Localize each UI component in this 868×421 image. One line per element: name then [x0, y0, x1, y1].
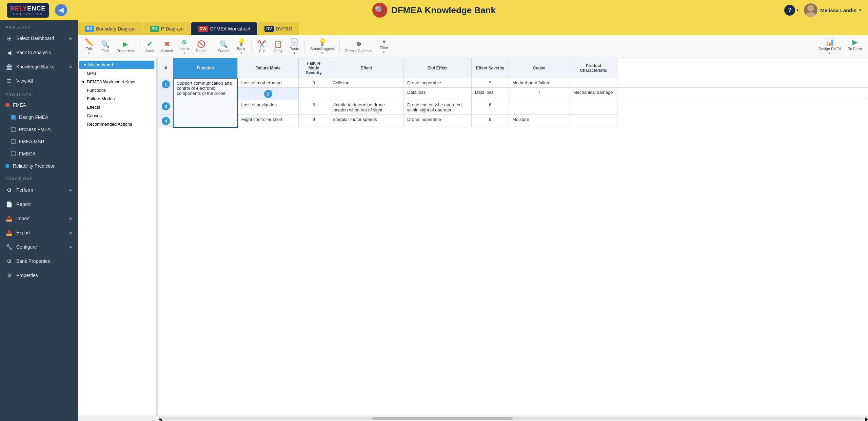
cell-effect-4[interactable]: Irregular motor speeds [329, 115, 404, 127]
cell-failure-severity-1[interactable]: 9 [299, 78, 329, 88]
find-icon: 🔍 [101, 40, 110, 48]
help-arrow[interactable]: ▾ [796, 8, 798, 13]
sidebar-item-configure[interactable]: 🔧 Configure ▶ [0, 240, 78, 254]
cell-cause-4[interactable]: Moisture [509, 115, 570, 127]
freeze-columns-button[interactable]: ❄ Freeze Columns [342, 39, 375, 54]
properties-button[interactable]: ▶ Properties [114, 39, 136, 54]
search-button[interactable]: 🔍 Search [215, 39, 232, 54]
tab-boundary-diagram[interactable]: BD Boundary Diagram [78, 22, 142, 35]
cell-end-effect-1[interactable]: Drone inoperable [404, 78, 472, 88]
cell-effect-3[interactable]: Unable to determine drone location when … [329, 100, 404, 115]
sidebar-item-knowledge-banks[interactable]: 🏦 Knowledge Banks ▶ [0, 60, 78, 74]
to-form-button[interactable]: ▶ To Form [846, 37, 865, 56]
cell-cause-1[interactable]: Motherboard failure [509, 78, 570, 88]
tree-item-functions[interactable]: Functions [83, 86, 156, 94]
cell-cause-3[interactable] [509, 100, 570, 115]
tab-p-diagram[interactable]: PD P-Diagram [143, 22, 191, 35]
cell-effect-severity-3[interactable]: 6 [472, 100, 509, 115]
sidebar-item-perform[interactable]: ⚙ Perform ▶ [0, 183, 78, 197]
user-arrow[interactable]: ▾ [859, 8, 861, 13]
insert-button[interactable]: ⊕ Insert ▾ [177, 37, 192, 56]
cell-failure-severity-3[interactable]: 6 [299, 100, 329, 115]
cell-effect-2[interactable]: Data loss [404, 88, 472, 100]
cell-failure-mode-4[interactable]: Flight controller short [238, 115, 299, 127]
bank-button[interactable]: 💡 Bank ▾ [234, 37, 249, 56]
edit-button[interactable]: ✏️ Edit ▾ [81, 37, 96, 56]
cell-end-effect-2[interactable]: Data loss [472, 88, 509, 100]
cell-product-char-3[interactable] [570, 100, 617, 115]
tree-item-effects[interactable]: Effects [83, 103, 156, 111]
cell-effect-severity-2[interactable]: 7 [509, 88, 570, 100]
delete-button[interactable]: 🚫 Delete [193, 39, 209, 54]
cell-effect-1[interactable]: Collision [329, 78, 404, 88]
sidebar-item-select-dashboard[interactable]: ⊞ Select Dashboard ▶ [0, 31, 78, 45]
paste-button[interactable]: 📄 Paste ▾ [287, 37, 302, 56]
scroll-right-arrow[interactable]: ▶ [865, 417, 867, 421]
tree-item-failure-modes[interactable]: Failure Modes [83, 94, 156, 103]
fmeca-checkbox[interactable] [11, 151, 16, 156]
sidebar-item-report[interactable]: 📄 Report [0, 197, 78, 211]
smartsuggest-button[interactable]: 💡 SmartSuggest ▾ [308, 37, 337, 56]
tab-dw-badge: DW [198, 26, 208, 32]
sidebar-item-export[interactable]: 📤 Export ▶ [0, 226, 78, 240]
nav-back-button[interactable]: ◀ [55, 4, 67, 16]
sidebar-item-process-fmea[interactable]: Process FMEA [0, 123, 78, 135]
horizontal-scrollbar[interactable]: ◀ ▶ [78, 416, 868, 421]
cell-product-char-4[interactable] [570, 115, 617, 127]
find-button[interactable]: 🔍 Find [98, 39, 113, 54]
grid-area[interactable]: # Function Failure Mode Failure Mode Sev… [158, 58, 868, 416]
sidebar-item-import[interactable]: 📥 Import ▶ [0, 211, 78, 226]
fmea-msr-checkbox[interactable] [11, 139, 16, 144]
tree-item-causes[interactable]: Causes [83, 111, 156, 120]
tree-item-gps[interactable]: GPS [83, 69, 156, 78]
cell-function-1[interactable]: Support communication and control of ele… [173, 78, 238, 127]
tab-dv-label: DVP&R [276, 26, 292, 31]
sidebar-item-fmea-msr[interactable]: FMEA-MSR [0, 135, 78, 148]
sidebar-item-reliability-prediction[interactable]: Reliability Prediction [0, 160, 78, 172]
sidebar-item-label: Select Dashboard [16, 36, 54, 41]
cut-button[interactable]: ✂️ Cut [254, 39, 269, 54]
design-fmea-button[interactable]: 📊 Design FMEA ▾ [816, 37, 844, 56]
scroll-track[interactable] [161, 417, 864, 420]
cell-failure-severity-2[interactable] [329, 88, 404, 100]
cell-product-char-2[interactable] [617, 88, 868, 100]
cell-product-char-1[interactable] [570, 78, 617, 88]
save-button[interactable]: ✔ Save [142, 39, 157, 54]
copy-button[interactable]: 📋 Copy [271, 39, 285, 54]
tab-bd-label: Boundary Diagram [96, 26, 136, 31]
worksheet-body: ▼ Motherboard GPS ▼ DFMEA Worksheet Keys… [78, 58, 868, 416]
process-fmea-checkbox[interactable] [11, 127, 16, 132]
sidebar-item-design-fmea[interactable]: ✓ Design FMEA [0, 111, 78, 123]
sidebar-item-fmea[interactable]: FMEA [0, 99, 78, 111]
cell-effect-severity-1[interactable]: 9 [472, 78, 509, 88]
col-header-failure-severity: Failure Mode Severity [299, 58, 329, 78]
cancel-button[interactable]: ✖ Cancel [158, 39, 175, 54]
help-button[interactable]: ? [784, 5, 795, 16]
help-area[interactable]: ? ▾ [784, 5, 798, 16]
sidebar-item-properties[interactable]: ⚙ Properties [0, 268, 78, 282]
cell-effect-severity-4[interactable]: 9 [472, 115, 509, 127]
cell-cause-2[interactable]: Mechanical damage [570, 88, 617, 100]
cell-failure-mode-3[interactable]: Loss of navigation [238, 100, 299, 115]
sidebar-item-back-to-analysis[interactable]: ◀ Back to Analysis [0, 45, 78, 60]
cell-failure-mode-1[interactable]: Loss of motherboard [238, 78, 299, 88]
user-area[interactable]: Melissa Landis ▾ [804, 3, 861, 17]
cell-failure-severity-4[interactable]: 9 [299, 115, 329, 127]
cell-failure-mode-2[interactable] [299, 88, 329, 100]
tree-item-motherboard[interactable]: ▼ Motherboard [79, 61, 154, 69]
scroll-thumb[interactable] [372, 417, 513, 420]
sidebar-item-bank-properties[interactable]: ⚙ Bank Properties [0, 254, 78, 268]
cell-end-effect-4[interactable]: Drone inoperable [404, 115, 472, 127]
tab-dfmea-worksheet[interactable]: DW DFMEA Worksheet [191, 22, 257, 35]
filter-button[interactable]: ▼ Filter ▾ [377, 38, 392, 55]
tree-item-worksheet-keys[interactable]: ▼ DFMEA Worksheet Keys [78, 78, 156, 86]
cell-end-effect-3[interactable]: Drone can only be operated within sight … [404, 100, 472, 115]
user-name: Melissa Landis [820, 7, 856, 13]
scroll-left-arrow[interactable]: ◀ [159, 417, 160, 421]
design-fmea-checkbox[interactable]: ✓ [11, 115, 16, 120]
tree-item-recommended-actions[interactable]: Recommended Actions [83, 120, 156, 128]
tab-dvpr[interactable]: DV DVP&R [258, 22, 299, 35]
sidebar-item-view-all[interactable]: ☰ View All [0, 74, 78, 88]
sidebar-item-fmeca[interactable]: FMECA [0, 148, 78, 160]
import-icon: 📥 [5, 215, 13, 222]
